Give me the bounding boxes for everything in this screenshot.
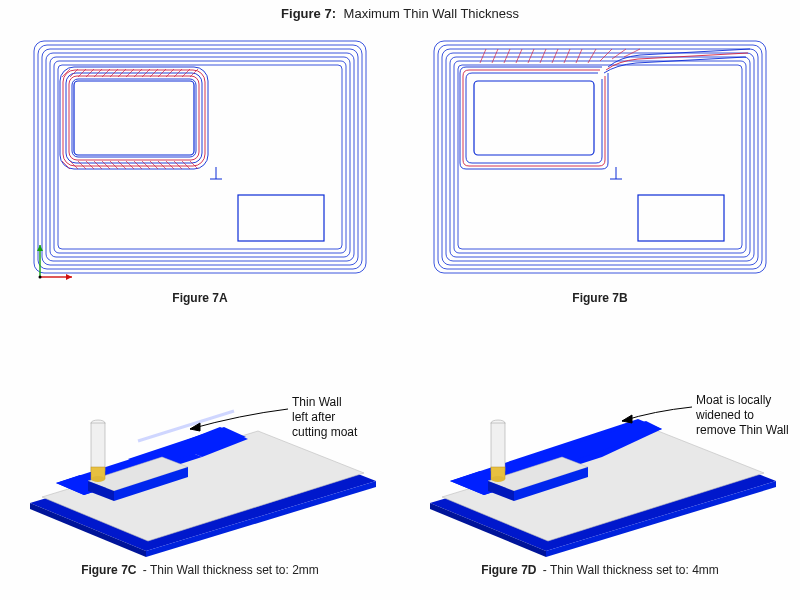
svg-point-110: [491, 476, 505, 482]
label-7a: Figure 7A: [172, 287, 227, 311]
svg-line-42: [158, 161, 166, 169]
svg-line-45: [182, 161, 190, 169]
svg-marker-49: [66, 274, 72, 280]
svg-line-40: [142, 161, 150, 169]
svg-line-39: [134, 161, 142, 169]
svg-rect-55: [434, 41, 766, 273]
svg-line-73: [600, 49, 612, 61]
svg-point-52: [39, 276, 42, 279]
iso-view-7c: Thin Wall left after cutting moat: [10, 311, 390, 559]
svg-line-43: [166, 161, 174, 169]
svg-rect-56: [438, 45, 762, 269]
label-7b: Figure 7B: [572, 287, 627, 311]
cutting-tool-icon: [491, 420, 505, 482]
svg-line-32: [78, 161, 86, 169]
svg-line-33: [86, 161, 94, 169]
panel-7d: Moat is locally widened to remove Thin W…: [410, 311, 790, 579]
annotation-arrow-icon: [622, 407, 692, 423]
svg-rect-9: [63, 70, 205, 166]
svg-line-38: [126, 161, 134, 169]
label-7d-bold: Figure 7D: [481, 563, 536, 577]
label-7c-rest: - Thin Wall thickness set to: 2mm: [139, 563, 318, 577]
svg-rect-11: [69, 76, 199, 160]
svg-rect-10: [66, 73, 202, 163]
figure-grid: Figure 7A: [0, 23, 800, 579]
figure-title: Figure 7: Maximum Thin Wall Thickness: [0, 0, 800, 23]
svg-rect-60: [454, 61, 746, 253]
panel-7b: Figure 7B: [410, 23, 790, 311]
annotation-7c: Thin Wall left after cutting moat: [292, 395, 357, 440]
panel-7a: Figure 7A: [10, 23, 390, 311]
svg-rect-61: [458, 65, 742, 249]
svg-rect-62: [474, 81, 594, 155]
svg-marker-111: [622, 415, 632, 423]
svg-rect-76: [638, 195, 724, 241]
label-7d: Figure 7D - Thin Wall thickness set to: …: [481, 559, 719, 579]
svg-rect-8: [60, 67, 208, 169]
svg-line-44: [174, 161, 182, 169]
plan-view-7a: [20, 27, 380, 287]
plan-svg-7b: [420, 27, 780, 287]
svg-line-74: [612, 49, 626, 59]
svg-rect-47: [238, 195, 324, 241]
svg-line-34: [94, 161, 102, 169]
svg-rect-93: [91, 423, 105, 471]
svg-point-95: [91, 476, 105, 482]
svg-rect-108: [491, 423, 505, 471]
annotation-7d: Moat is locally widened to remove Thin W…: [696, 393, 789, 438]
label-7c: Figure 7C - Thin Wall thickness set to: …: [81, 559, 319, 579]
svg-rect-7: [74, 81, 194, 155]
svg-rect-58: [446, 53, 754, 261]
label-7d-rest: - Thin Wall thickness set to: 4mm: [539, 563, 718, 577]
label-7c-bold: Figure 7C: [81, 563, 136, 577]
figure-title-bold: Figure 7:: [281, 6, 336, 21]
svg-line-37: [118, 161, 126, 169]
panel-7c: Thin Wall left after cutting moat Figure…: [10, 311, 390, 579]
svg-rect-12: [72, 79, 196, 157]
plan-svg-7a: [20, 27, 380, 287]
cutting-tool-icon: [91, 420, 105, 482]
figure-title-text: Maximum Thin Wall Thickness: [344, 6, 519, 21]
svg-line-35: [102, 161, 110, 169]
svg-line-41: [150, 161, 158, 169]
plan-view-7b: [420, 27, 780, 287]
svg-rect-59: [450, 57, 750, 257]
iso-view-7d: Moat is locally widened to remove Thin W…: [410, 311, 790, 559]
svg-line-36: [110, 161, 118, 169]
